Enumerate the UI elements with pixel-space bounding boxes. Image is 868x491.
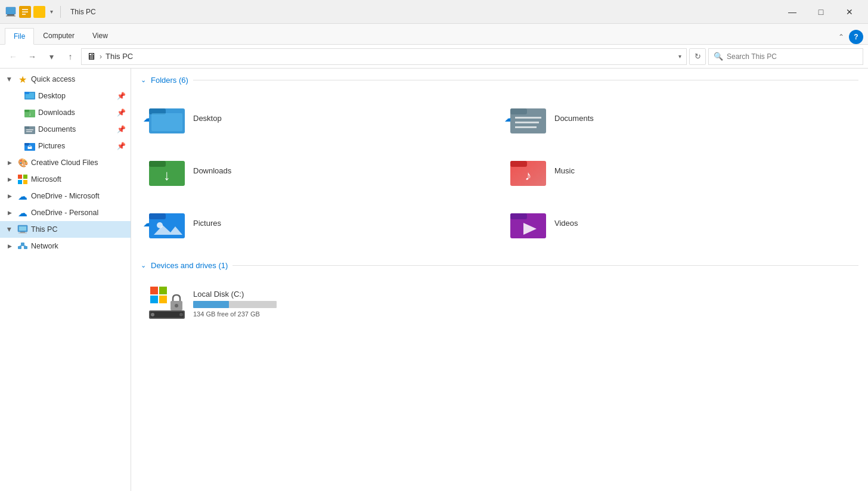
svg-rect-47 — [510, 213, 527, 219]
folder-toolbar-icon[interactable] — [33, 6, 45, 18]
folders-chevron-icon: ⌄ — [141, 76, 146, 84]
svg-text:↓: ↓ — [163, 167, 170, 183]
onedrive-personal-icon: ☁ — [17, 207, 29, 219]
tab-view[interactable]: View — [83, 27, 117, 44]
folder-item-videos[interactable]: Videos — [502, 199, 858, 247]
sidebar-label-downloads: Downloads — [38, 108, 114, 117]
creative-cloud-icon: 🎨 — [17, 157, 29, 169]
videos-folder-name: Videos — [554, 219, 578, 228]
sidebar-item-quick-access[interactable]: ▶ ★ Quick access — [0, 71, 131, 88]
videos-folder-thumb — [509, 204, 547, 242]
quick-access-star-icon: ★ — [17, 73, 29, 85]
sidebar-item-creative-cloud[interactable]: ▶ 🎨 Creative Cloud Files — [0, 154, 131, 171]
creative-cloud-expand-arrow: ▶ — [5, 158, 14, 167]
svg-rect-17 — [23, 175, 27, 179]
pictures-pin-icon: 📌 — [117, 142, 126, 150]
sidebar-label-documents: Documents — [38, 125, 114, 133]
sidebar-item-onedrive-personal[interactable]: ▶ ☁ OneDrive - Personal — [0, 204, 131, 221]
network-icon — [17, 240, 29, 252]
sidebar-label-microsoft: Microsoft — [31, 175, 126, 184]
svg-rect-36 — [515, 126, 537, 128]
svg-rect-51 — [150, 296, 158, 303]
quick-access-dropdown[interactable]: ▾ — [48, 7, 55, 16]
refresh-button[interactable]: ↻ — [689, 48, 706, 65]
svg-rect-23 — [18, 233, 27, 234]
sidebar-item-this-pc[interactable]: ▶ This PC — [0, 221, 131, 238]
onedrive-microsoft-expand-arrow: ▶ — [5, 191, 14, 201]
local-disk-bar-container — [193, 301, 277, 308]
sidebar-item-microsoft[interactable]: ▶ Microsoft — [0, 171, 131, 188]
maximize-button[interactable]: □ — [807, 3, 835, 21]
tab-file[interactable]: File — [5, 28, 34, 45]
address-path[interactable]: 🖥 › This PC ▾ — [81, 48, 687, 65]
search-input[interactable] — [727, 52, 858, 61]
up-button[interactable]: ↑ — [62, 48, 79, 65]
svg-rect-49 — [150, 287, 158, 294]
recent-locations-button[interactable]: ▾ — [43, 48, 60, 65]
address-dropdown-arrow[interactable]: ▾ — [678, 53, 681, 60]
svg-rect-19 — [23, 180, 27, 184]
ribbon-expand-icon: ⌃ — [838, 33, 844, 41]
forward-button[interactable]: → — [24, 48, 41, 65]
local-disk-name: Local Disk (C:) — [193, 290, 277, 299]
window-title: This PC — [70, 8, 96, 16]
svg-rect-50 — [159, 287, 167, 294]
quick-access-toolbar-icon[interactable] — [19, 6, 31, 18]
separator — [60, 6, 61, 18]
this-pc-icon — [17, 223, 29, 235]
sidebar-item-onedrive-microsoft[interactable]: ▶ ☁ OneDrive - Microsoft — [0, 188, 131, 204]
sidebar-item-downloads[interactable]: ↓ Downloads 📌 — [0, 104, 131, 121]
search-icon: 🔍 — [714, 52, 723, 61]
local-disk-size-text: 134 GB free of 237 GB — [193, 310, 277, 318]
close-button[interactable]: ✕ — [836, 3, 863, 21]
sidebar-label-desktop: Desktop — [38, 92, 114, 100]
sidebar-item-desktop[interactable]: Desktop 📌 — [0, 88, 131, 104]
svg-point-57 — [151, 313, 154, 316]
title-bar-left: ▾ This PC — [5, 6, 779, 18]
sidebar-item-network[interactable]: ▶ Network — [0, 238, 131, 254]
folder-item-music[interactable]: ♪ Music — [502, 147, 858, 194]
folders-divider — [193, 80, 858, 80]
svg-rect-0 — [6, 7, 16, 14]
devices-section-header[interactable]: ⌄ Devices and drives (1) — [141, 261, 858, 270]
folder-item-pictures[interactable]: ☁ Pictures — [141, 199, 497, 247]
svg-rect-12 — [26, 131, 32, 132]
svg-rect-16 — [18, 175, 22, 179]
network-expand-arrow: ▶ — [5, 241, 14, 251]
svg-text:↓: ↓ — [29, 111, 31, 117]
back-button[interactable]: ← — [5, 48, 21, 65]
microsoft-expand-arrow: ▶ — [5, 175, 14, 184]
onedrive-microsoft-icon: ☁ — [17, 190, 29, 202]
sidebar-label-onedrive-personal: OneDrive - Personal — [31, 209, 126, 217]
ribbon-expand[interactable]: ⌃ ? — [838, 30, 863, 44]
svg-rect-31 — [151, 113, 182, 131]
tab-computer[interactable]: Computer — [34, 27, 83, 44]
sidebar-item-pictures[interactable]: 🏔 Pictures 📌 — [0, 138, 131, 154]
downloads-folder-name: Downloads — [193, 166, 231, 175]
svg-rect-35 — [515, 122, 539, 123]
minimize-button[interactable]: — — [779, 3, 806, 21]
search-box[interactable]: 🔍 — [708, 48, 863, 65]
downloads-folder-icon: ↓ — [24, 107, 36, 119]
local-disk-info: Local Disk (C:) 134 GB free of 237 GB — [193, 290, 277, 318]
svg-rect-2 — [6, 15, 16, 17]
folders-section-header[interactable]: ⌄ Folders (6) — [141, 76, 858, 85]
documents-pin-icon: 📌 — [117, 125, 126, 133]
music-folder-thumb: ♪ — [509, 151, 547, 189]
svg-rect-1 — [7, 14, 14, 15]
svg-point-54 — [175, 304, 178, 307]
help-button[interactable]: ? — [849, 30, 863, 44]
quick-access-expand-arrow: ▶ — [5, 74, 14, 84]
devices-section-title: Devices and drives (1) — [151, 261, 228, 270]
folder-item-documents[interactable]: ☁ Documents — [502, 94, 858, 142]
pictures-folder-thumb — [148, 204, 186, 242]
svg-text:♪: ♪ — [525, 168, 532, 183]
drive-item-local-disk[interactable]: Local Disk (C:) 134 GB free of 237 GB — [141, 279, 284, 327]
svg-rect-21 — [19, 226, 26, 231]
folder-item-desktop[interactable]: ☁ Desktop — [141, 94, 497, 142]
folders-grid: ☁ Desktop ☁ — [141, 94, 858, 247]
address-separator: › — [100, 52, 102, 61]
this-pc-expand-arrow: ▶ — [5, 225, 14, 234]
sidebar-item-documents[interactable]: Documents 📌 — [0, 121, 131, 138]
folder-item-downloads[interactable]: ↓ Downloads — [141, 147, 497, 194]
